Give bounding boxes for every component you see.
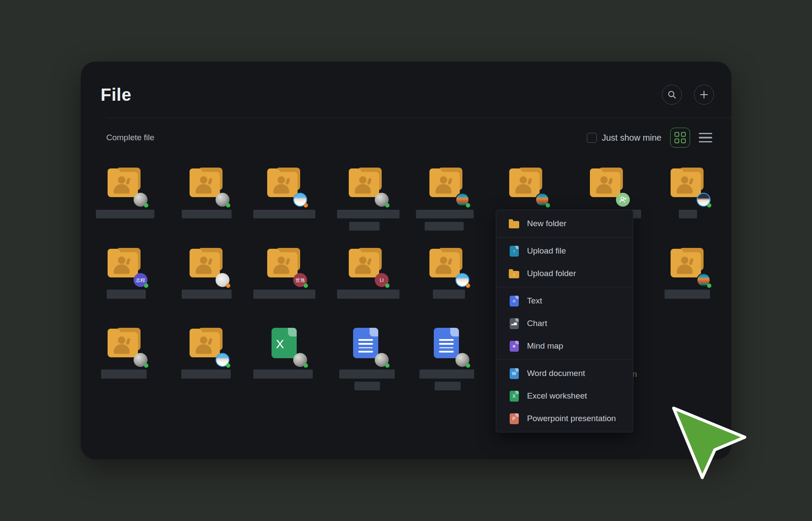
filename-placeholder — [253, 369, 313, 379]
shared-folder-tile[interactable]: 志程 — [108, 248, 141, 291]
filename-placeholder — [101, 369, 147, 379]
status-dot-green — [226, 363, 230, 368]
menu-item-new-folder[interactable]: New folder — [496, 212, 633, 235]
shared-folder-tile[interactable] — [671, 248, 704, 291]
upload-folder-icon: ↑ — [508, 268, 520, 279]
filename-placeholder — [253, 290, 315, 299]
filename-placeholder — [349, 222, 380, 231]
status-dot-green — [144, 363, 148, 368]
filename-placeholder — [435, 382, 461, 390]
filename-placeholder — [107, 290, 146, 299]
status-dot-green — [385, 284, 390, 288]
menu-item-label: Powerpoint presentation — [527, 414, 616, 423]
status-dot-green — [466, 363, 470, 368]
filename-placeholder — [182, 210, 232, 218]
status-dot-green — [466, 203, 470, 208]
text-icon: ≡ — [508, 295, 520, 307]
filename-placeholder — [339, 369, 395, 379]
status-dot-green — [304, 284, 308, 288]
avatar-initials: 志程 — [136, 278, 145, 283]
menu-item-label: Word document — [527, 369, 585, 378]
create-context-menu: New folder↑Upload file↑Upload folder≡Tex… — [496, 210, 633, 432]
menu-item-upload-folder[interactable]: ↑Upload folder — [496, 262, 633, 285]
excel-file-tile[interactable]: X — [267, 328, 301, 371]
menu-item-upload-file[interactable]: ↑Upload file — [496, 240, 633, 262]
powerpoint-presentation-icon: P — [508, 413, 520, 424]
doc-file-icon — [353, 328, 378, 358]
shared-folder-tile[interactable] — [190, 248, 223, 291]
shared-folder-tile[interactable] — [267, 168, 301, 211]
doc-file-tile[interactable] — [429, 328, 463, 371]
menu-item-label: Text — [527, 296, 542, 306]
status-dot-green — [385, 363, 390, 368]
menu-item-chart[interactable]: ▂▅Chart — [496, 312, 633, 335]
filename-placeholder — [419, 369, 474, 379]
menu-item-label: New folder — [527, 219, 566, 228]
menu-item-powerpoint-presentation[interactable]: PPowerpoint presentation — [496, 407, 633, 430]
menu-item-label: Mind map — [527, 341, 563, 351]
status-dot-green — [304, 363, 308, 368]
status-dot-orange — [226, 284, 230, 288]
shared-folder-tile[interactable] — [108, 328, 141, 371]
word-document-icon: W — [508, 368, 520, 379]
status-dot-green — [385, 203, 390, 208]
menu-item-mind-map[interactable]: ∗Mind map — [496, 335, 633, 357]
shared-folder-tile[interactable]: LI — [349, 248, 383, 291]
upload-file-icon: ↑ — [508, 245, 520, 257]
menu-group-3: ≡Text▂▅Chart∗Mind map — [496, 287, 633, 359]
shared-folder-tile[interactable] — [509, 168, 543, 211]
shared-folder-tile[interactable] — [349, 168, 383, 211]
filename-placeholder — [337, 290, 399, 299]
filename-placeholder — [433, 290, 465, 299]
filename-placeholder — [253, 210, 315, 218]
status-dot-green — [707, 284, 711, 288]
menu-item-word-document[interactable]: WWord document — [496, 362, 633, 385]
status-dot-green — [546, 203, 550, 208]
filename-placeholder — [182, 290, 232, 299]
shared-folder-tile[interactable] — [429, 168, 463, 211]
doc-file-icon — [434, 328, 459, 358]
shared-folder-tile[interactable] — [190, 328, 223, 371]
filename-placeholder — [337, 210, 399, 218]
status-dot-green — [226, 203, 230, 208]
filename-placeholder — [354, 382, 380, 390]
member-avatar-share — [616, 193, 630, 207]
shared-folder-tile[interactable] — [108, 168, 141, 211]
shared-folder-tile[interactable] — [671, 168, 704, 211]
excel-file-icon: X — [272, 328, 297, 358]
status-dot-orange — [466, 284, 470, 288]
new-folder-icon — [508, 218, 520, 229]
filename-placeholder — [416, 210, 474, 218]
status-dot-orange — [304, 203, 308, 208]
menu-group-4: WWord documentXExcel worksheetPPowerpoin… — [496, 359, 633, 432]
excel-worksheet-icon: X — [508, 390, 520, 402]
status-dot-green — [144, 203, 148, 208]
filename-placeholder — [665, 290, 710, 299]
filename-placeholder — [96, 210, 154, 218]
shared-folder-tile[interactable] — [190, 168, 223, 211]
menu-group-1: New folder — [496, 210, 633, 237]
menu-item-excel-worksheet[interactable]: XExcel worksheet — [496, 385, 633, 407]
shared-folder-tile[interactable]: 世旭 — [267, 248, 301, 291]
cursor-pointer-icon — [670, 404, 753, 484]
menu-item-label: Upload file — [527, 246, 566, 256]
avatar-initials: 世旭 — [295, 278, 305, 283]
avatar-initials: LI — [380, 278, 383, 283]
file-manager-window: File Complete f — [81, 62, 731, 459]
filename-placeholder — [679, 210, 697, 218]
menu-group-2: ↑Upload file↑Upload folder — [496, 237, 633, 287]
filename-placeholder — [425, 222, 464, 231]
mind-map-icon: ∗ — [508, 340, 520, 352]
status-dot-green — [144, 284, 148, 288]
shared-folder-tile[interactable] — [429, 248, 463, 291]
chart-icon: ▂▅ — [508, 318, 520, 329]
menu-item-label: Chart — [527, 319, 547, 328]
menu-item-text[interactable]: ≡Text — [496, 290, 633, 312]
menu-item-label: Upload folder — [527, 269, 576, 278]
filename-placeholder — [181, 369, 231, 379]
doc-file-tile[interactable] — [349, 328, 383, 371]
menu-item-label: Excel worksheet — [527, 391, 587, 401]
shared-folder-tile[interactable] — [590, 168, 624, 211]
file-grid: 志程世旭LIX — [81, 62, 731, 459]
status-dot-green — [707, 203, 711, 208]
